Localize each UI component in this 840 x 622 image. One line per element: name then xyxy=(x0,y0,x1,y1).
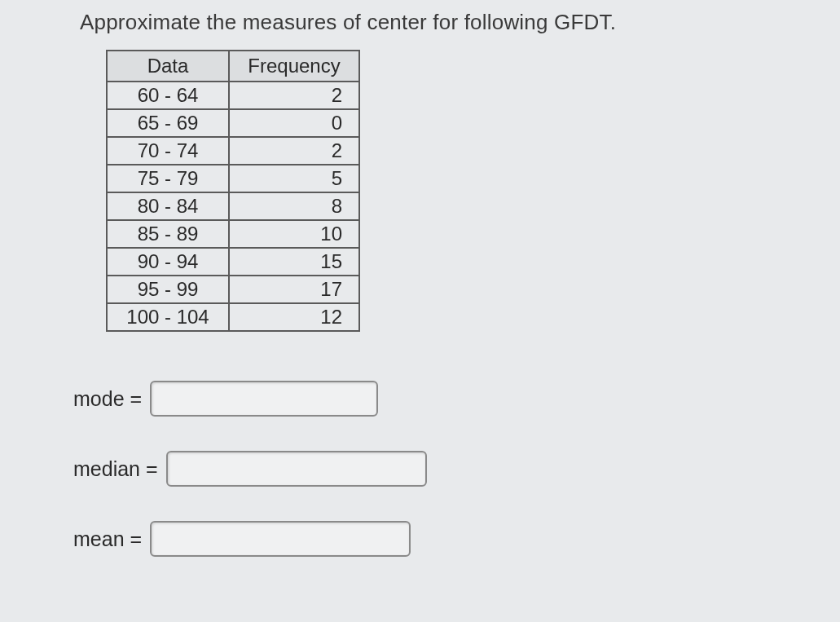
table-row: 90 - 94 15 xyxy=(107,248,359,276)
mean-row: mean = xyxy=(73,521,840,557)
freq-cell: 15 xyxy=(229,248,359,276)
data-cell: 65 - 69 xyxy=(107,109,229,137)
data-cell: 80 - 84 xyxy=(107,192,229,220)
frequency-table-wrap: Data Frequency 60 - 64 2 65 - 69 0 70 - … xyxy=(106,50,840,332)
median-input[interactable] xyxy=(166,451,427,487)
data-cell: 90 - 94 xyxy=(107,248,229,276)
median-row: median = xyxy=(73,451,840,487)
data-cell: 60 - 64 xyxy=(107,82,229,109)
freq-cell: 10 xyxy=(229,220,359,248)
question-page: Approximate the measures of center for f… xyxy=(0,0,840,622)
table-row: 75 - 79 5 xyxy=(107,165,359,192)
data-cell: 95 - 99 xyxy=(107,276,229,303)
data-cell: 75 - 79 xyxy=(107,165,229,192)
freq-cell: 8 xyxy=(229,192,359,220)
data-cell: 100 - 104 xyxy=(107,303,229,331)
freq-cell: 2 xyxy=(229,82,359,109)
freq-cell: 2 xyxy=(229,137,359,165)
data-cell: 85 - 89 xyxy=(107,220,229,248)
answers-section: mode = median = mean = xyxy=(73,381,840,557)
median-label: median = xyxy=(73,457,158,481)
freq-cell: 12 xyxy=(229,303,359,331)
frequency-table: Data Frequency 60 - 64 2 65 - 69 0 70 - … xyxy=(106,50,360,332)
header-frequency: Frequency xyxy=(229,51,359,82)
mean-label: mean = xyxy=(73,527,142,551)
instruction-text: Approximate the measures of center for f… xyxy=(0,0,840,50)
table-row: 70 - 74 2 xyxy=(107,137,359,165)
mean-input[interactable] xyxy=(150,521,411,557)
freq-cell: 0 xyxy=(229,109,359,137)
table-row: 85 - 89 10 xyxy=(107,220,359,248)
table-row: 65 - 69 0 xyxy=(107,109,359,137)
mode-input[interactable] xyxy=(150,381,378,417)
freq-cell: 17 xyxy=(229,276,359,303)
table-row: 60 - 64 2 xyxy=(107,82,359,109)
data-cell: 70 - 74 xyxy=(107,137,229,165)
table-header-row: Data Frequency xyxy=(107,51,359,82)
header-data: Data xyxy=(107,51,229,82)
mode-label: mode = xyxy=(73,387,142,411)
mode-row: mode = xyxy=(73,381,840,417)
freq-cell: 5 xyxy=(229,165,359,192)
table-row: 100 - 104 12 xyxy=(107,303,359,331)
table-row: 80 - 84 8 xyxy=(107,192,359,220)
table-row: 95 - 99 17 xyxy=(107,276,359,303)
